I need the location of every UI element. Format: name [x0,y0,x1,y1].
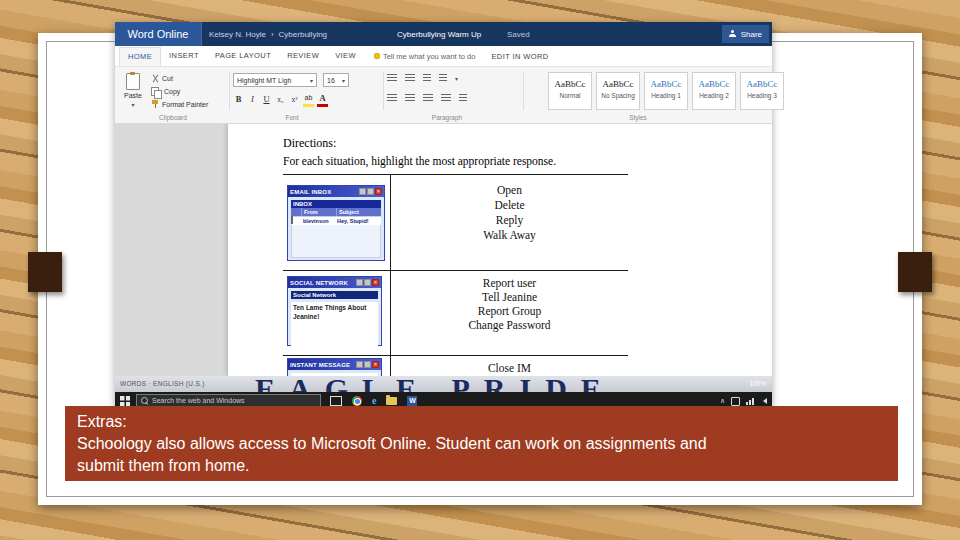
directions-heading: Directions: [283,136,336,151]
style-tile-heading2[interactable]: AaBbCc Heading 2 [692,72,736,110]
scissors-icon [151,74,159,83]
clipboard-small-buttons: Cut Copy Format Painter [151,72,229,111]
breadcrumb-user[interactable]: Kelsey N. Hoyle [209,30,266,39]
format-painter-icon [151,100,159,109]
style-tile-heading1[interactable]: AaBbCc Heading 1 [644,72,688,110]
style-tile-normal[interactable]: AaBbCc Normal [548,72,592,110]
paste-button[interactable]: Paste ▾ [119,71,147,109]
bullet-list-button[interactable] [387,74,397,83]
document-page[interactable]: Directions: For each situation, highligh… [228,124,772,376]
align-left-button[interactable] [387,94,397,103]
doc-option[interactable]: Report Group [391,304,628,318]
situation-table: EMAIL INBOX × INBOX From Subject [283,174,628,376]
zoom-level[interactable]: 100% [749,380,766,387]
document-area: Directions: For each situation, highligh… [115,124,772,376]
bold-button[interactable]: B [233,93,244,106]
superscript-button[interactable]: x² [289,93,300,106]
numbered-list-button[interactable] [405,74,415,83]
italic-button[interactable]: I [247,93,258,106]
style-tile-heading3[interactable]: AaBbCc Heading 3 [740,72,784,110]
copy-button[interactable]: Copy [151,85,229,98]
social-network-post: Ten Lame Things About Jeanine! [291,302,378,346]
group-divider [229,72,230,110]
subscript-button[interactable]: x₂ [275,93,286,106]
close-icon: × [372,279,379,286]
group-divider [523,72,524,110]
style-preview: AaBbCc [549,79,591,89]
tell-me-box[interactable]: Tell me what you want to do [374,52,476,61]
line-spacing-button[interactable] [459,94,467,103]
table-cell-options: Open Delete Reply Walk Away [391,175,628,270]
indent-button[interactable] [439,74,447,83]
outdent-button[interactable] [423,74,431,83]
file-explorer-icon[interactable] [386,397,397,405]
search-icon [141,397,148,404]
windows-start-icon[interactable] [120,396,130,406]
task-view-icon[interactable] [330,396,342,406]
inbox-message-row: blevinson Hey, Stupid! [291,216,381,225]
edge-icon[interactable]: e [372,396,376,406]
tab-insert[interactable]: INSERT [161,47,207,65]
message-sender: blevinson [301,217,335,225]
share-button[interactable]: Share [722,25,769,43]
doc-option[interactable]: Reply [391,213,628,228]
cut-button[interactable]: Cut [151,72,229,85]
style-preview: AaBbCc [645,79,687,89]
maximize-icon [364,361,371,368]
caption-line: submit them from home. [77,455,886,477]
tab-view[interactable]: VIEW [327,47,364,65]
align-right-button[interactable] [423,94,433,103]
underline-button[interactable]: U [261,93,272,106]
tab-review[interactable]: REVIEW [279,47,327,65]
tab-home[interactable]: HOME [119,47,161,66]
doc-option[interactable]: Walk Away [391,228,628,243]
message-subject: Hey, Stupid! [335,217,381,225]
close-icon: × [375,188,382,195]
highlight-button[interactable]: ab [303,91,314,107]
word-app-icon[interactable]: W [407,396,417,406]
desktop-wallpaper-strip: EAGLE PRIDE WORDS · ENGLISH (U.S.) 100% [115,376,772,392]
ribbon: Paste ▾ Cut Copy Format Painter Clipboar… [115,67,772,124]
table-cell-image: INSTANT MESSAGE × [283,356,391,376]
doc-option[interactable]: Change Password [391,318,628,332]
checkbox-icon [291,216,293,224]
email-inbox-image: EMAIL INBOX × INBOX From Subject [287,185,385,261]
font-name-combobox[interactable]: Highlight MT Ligh ▾ [233,73,317,87]
network-icon[interactable] [746,398,754,405]
tell-me-label: Tell me what you want to do [383,52,476,61]
group-divider [383,72,384,110]
app-badge[interactable]: Word Online [115,22,202,46]
accent-block-left [28,252,62,292]
column-subject: Subject [337,208,381,216]
style-name: Normal [549,92,591,99]
style-tile-no-spacing[interactable]: AaBbCc No Spacing [596,72,640,110]
align-center-button[interactable] [405,94,415,103]
minimize-icon [356,279,363,286]
accent-block-right [898,252,932,292]
table-cell-options: Close IM [391,356,628,376]
breadcrumb-folder[interactable]: Cyberbullying [279,30,327,39]
doc-option[interactable]: Report user [391,276,628,290]
inbox-label: INBOX [291,200,381,208]
chrome-icon[interactable] [352,396,362,406]
speaker-icon[interactable] [760,398,767,404]
style-preview: AaBbCc [693,79,735,89]
font-size-combobox[interactable]: 16 ▾ [323,73,349,87]
doc-option[interactable]: Tell Jeanine [391,290,628,304]
paragraph-list-buttons: ▾ [387,74,458,83]
share-icon [729,30,737,38]
action-center-icon[interactable] [731,397,740,406]
format-painter-button[interactable]: Format Painter [151,98,229,111]
font-color-button[interactable]: A [317,91,328,107]
edit-in-word-button[interactable]: EDIT IN WORD [491,52,548,61]
tab-page-layout[interactable]: PAGE LAYOUT [207,47,279,65]
copy-label: Copy [164,88,180,95]
doc-option[interactable]: Close IM [391,362,628,374]
style-name: Heading 1 [645,92,687,99]
search-input[interactable] [152,397,316,404]
align-justify-button[interactable] [441,94,451,103]
tray-caret-icon[interactable]: ∧ [720,397,725,405]
doc-option[interactable]: Delete [391,198,628,213]
doc-option[interactable]: Open [391,183,628,198]
table-cell-image: SOCIAL NETWORK × Social Network Ten Lame… [283,271,391,355]
